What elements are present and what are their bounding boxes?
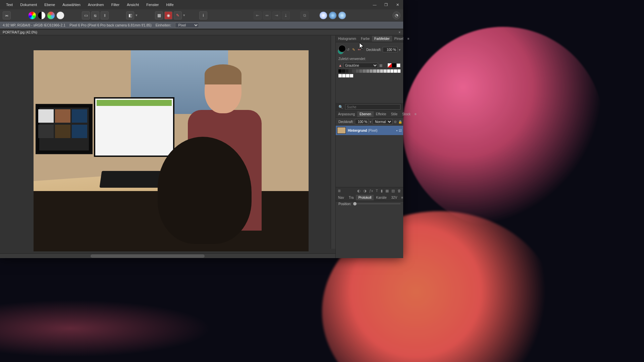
chevron-down-icon[interactable]: ▾ — [399, 48, 400, 52]
swatch[interactable] — [380, 69, 383, 73]
menu-anordnen[interactable]: Anordnen — [85, 1, 107, 8]
grid-small-icon[interactable]: ▦ — [385, 189, 389, 193]
add-layer-icon[interactable]: ▧ — [391, 189, 395, 193]
maximize-button[interactable]: ❐ — [380, 0, 392, 9]
align-right-icon[interactable]: ⇥ — [272, 11, 280, 19]
swatch[interactable] — [377, 69, 380, 73]
palette-select[interactable]: Grautöne — [343, 63, 378, 68]
layer-row-hintergrund[interactable]: Hintergrund (Pixel) ▪ ☑ — [336, 126, 403, 135]
swatch[interactable] — [352, 69, 355, 73]
align-left-icon[interactable]: ⇤ — [254, 11, 262, 19]
foreground-background-color[interactable] — [338, 45, 344, 54]
tab-anpassung[interactable]: Anpassung — [336, 111, 357, 117]
canvas-area[interactable] — [0, 36, 335, 258]
chevron-down-icon[interactable]: ▾ — [183, 13, 185, 17]
add-palette-icon[interactable]: ⊞ — [379, 63, 382, 68]
tab-farbe[interactable]: Farbe — [359, 36, 372, 42]
white-circle-icon[interactable] — [56, 11, 64, 19]
grid-icon[interactable]: ▦ — [155, 11, 163, 19]
chevron-down-icon[interactable]: ▾ — [136, 13, 138, 17]
preset-swatches[interactable] — [388, 63, 400, 67]
swatch[interactable] — [359, 69, 362, 73]
swatch[interactable] — [350, 74, 353, 77]
menu-auswaehlen[interactable]: Auswählen — [59, 1, 84, 8]
panel-menu-icon[interactable]: ≡ — [413, 112, 418, 116]
tab-protokoll[interactable]: Protokoll — [356, 195, 374, 200]
gear-icon[interactable]: ⚙ — [394, 120, 397, 124]
grayscale-swatch-row[interactable] — [338, 74, 400, 77]
swatch[interactable] — [366, 69, 369, 73]
chevron-down-icon[interactable]: ▾ — [370, 120, 371, 124]
align-center-icon[interactable]: ⇔ — [263, 11, 271, 19]
panel-menu-icon[interactable]: ≡ — [406, 37, 411, 41]
visibility-icon[interactable]: ▪ — [396, 129, 397, 132]
swatch[interactable] — [349, 69, 352, 73]
tab-farbfelder[interactable]: Farbfelder — [372, 36, 392, 42]
trash-icon[interactable]: 🗑 — [397, 189, 401, 193]
search-input[interactable] — [345, 104, 400, 110]
sphere-white-icon[interactable] — [319, 11, 327, 19]
link-icon[interactable]: ⧉ — [301, 11, 309, 19]
panel-menu-icon[interactable]: ≡ — [399, 196, 405, 199]
marquee-off-icon[interactable]: ⧅ — [91, 11, 99, 19]
swatch[interactable] — [342, 74, 345, 77]
document-canvas[interactable] — [34, 50, 309, 251]
swatch[interactable] — [387, 69, 390, 73]
swatch[interactable] — [338, 69, 341, 73]
checkmark-icon[interactable]: ☑ — [399, 129, 402, 132]
menu-text[interactable]: Text — [3, 1, 16, 8]
tab-ebenen[interactable]: Ebenen — [357, 111, 373, 117]
quicklook-icon[interactable]: ◧ — [126, 11, 134, 19]
account-icon[interactable]: ◔ — [392, 11, 400, 19]
align-bottom-icon[interactable]: ⤓ — [282, 11, 290, 19]
mask-icon[interactable]: ◐ — [357, 189, 361, 193]
lock-icon[interactable]: 🔒 — [398, 120, 402, 124]
grayscale-swatch-row[interactable] — [338, 69, 400, 73]
rgb-circle-icon[interactable] — [47, 11, 55, 19]
tab-tra[interactable]: Tra — [346, 195, 356, 200]
record-icon[interactable]: ◉ — [164, 11, 172, 19]
horizontal-scrollbar[interactable] — [0, 253, 335, 258]
tab-stile[interactable]: Stile — [388, 111, 399, 117]
wand-icon[interactable]: ✎ — [174, 11, 182, 19]
layers-stack-icon[interactable]: ≣ — [338, 189, 341, 193]
swatch[interactable] — [373, 69, 376, 73]
menu-hilfe[interactable]: Hilfe — [163, 1, 177, 8]
tab-pinsel[interactable]: Pinsel — [392, 36, 406, 42]
marquee-icon[interactable]: ▭ — [82, 11, 90, 19]
swatch[interactable] — [383, 69, 386, 73]
bw-circle-icon[interactable] — [38, 11, 46, 19]
units-select[interactable]: Pixel — [175, 22, 199, 28]
eyedropper-icon[interactable]: ✎ — [352, 48, 355, 52]
menu-dokument[interactable]: Dokument — [17, 1, 40, 8]
swatch[interactable] — [338, 74, 342, 77]
adjust-icon[interactable]: ◑ — [363, 189, 367, 193]
fx-icon[interactable]: ƒx — [369, 189, 373, 193]
share-icon[interactable]: ⫘ — [3, 11, 11, 19]
swatch[interactable] — [370, 69, 373, 73]
close-window-button[interactable]: ✕ — [392, 0, 403, 9]
swatch[interactable] — [394, 69, 397, 73]
swatch[interactable] — [397, 69, 400, 73]
tab-effekte[interactable]: Effekte — [374, 111, 389, 117]
swatch[interactable] — [390, 69, 393, 73]
folder-icon[interactable]: ▮ — [381, 189, 383, 193]
marker-icon[interactable]: ✏ — [358, 48, 361, 52]
sphere-light-icon[interactable] — [338, 11, 346, 19]
swatch[interactable] — [342, 69, 345, 73]
minimize-button[interactable]: — — [369, 0, 380, 9]
menu-filter[interactable]: Filter — [108, 1, 123, 8]
menu-fenster[interactable]: Fenster — [143, 1, 162, 8]
tab-stock[interactable]: Stock — [400, 111, 413, 117]
ruler-icon[interactable]: ⦀ — [101, 11, 109, 19]
color-wheel-icon[interactable] — [28, 11, 36, 19]
tab-32v[interactable]: 32V — [389, 195, 399, 200]
swatch[interactable] — [363, 69, 366, 73]
sphere-blue-icon[interactable] — [329, 11, 337, 19]
opacity-input[interactable] — [383, 47, 397, 52]
text-layer-icon[interactable]: T — [376, 189, 378, 193]
blend-mode-select[interactable]: Normal — [373, 119, 392, 124]
menu-ansicht[interactable]: Ansicht — [123, 1, 142, 8]
swatch[interactable] — [356, 69, 359, 73]
info-icon[interactable]: i — [199, 11, 207, 19]
